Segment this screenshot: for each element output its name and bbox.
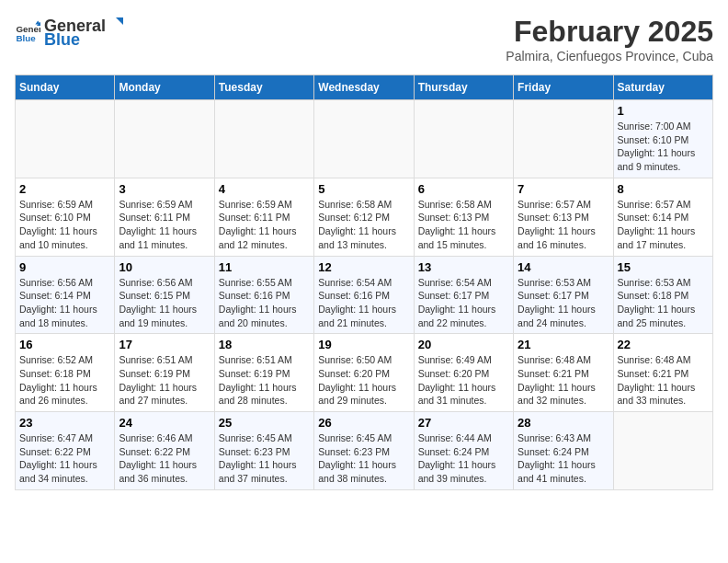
table-row: 17Sunrise: 6:51 AM Sunset: 6:19 PM Dayli… — [115, 334, 214, 412]
day-info: Sunrise: 6:58 AM Sunset: 6:13 PM Dayligh… — [418, 198, 509, 252]
day-number: 24 — [119, 416, 210, 430]
day-number: 3 — [119, 182, 210, 196]
day-info: Sunrise: 6:53 AM Sunset: 6:18 PM Dayligh… — [618, 276, 709, 330]
table-row: 11Sunrise: 6:55 AM Sunset: 6:16 PM Dayli… — [214, 256, 313, 334]
page-header: General Blue General Blue February 2025 … — [15, 15, 713, 63]
svg-marker-4 — [116, 17, 123, 25]
table-row — [16, 100, 115, 178]
table-row — [115, 100, 214, 178]
day-number: 20 — [418, 338, 509, 351]
table-row: 28Sunrise: 6:43 AM Sunset: 6:24 PM Dayli… — [514, 412, 613, 490]
day-number: 25 — [219, 416, 310, 430]
day-number: 1 — [618, 104, 709, 118]
day-number: 21 — [518, 338, 609, 351]
day-number: 18 — [219, 338, 310, 351]
table-row: 22Sunrise: 6:48 AM Sunset: 6:21 PM Dayli… — [613, 334, 712, 412]
table-row: 6Sunrise: 6:58 AM Sunset: 6:13 PM Daylig… — [414, 178, 513, 256]
day-info: Sunrise: 6:46 AM Sunset: 6:22 PM Dayligh… — [119, 431, 210, 486]
day-info: Sunrise: 6:48 AM Sunset: 6:21 PM Dayligh… — [518, 353, 609, 408]
day-number: 16 — [19, 338, 110, 351]
calendar-header-row: SundayMondayTuesdayWednesdayThursdayFrid… — [16, 75, 713, 100]
table-row: 20Sunrise: 6:49 AM Sunset: 6:20 PM Dayli… — [414, 334, 513, 412]
day-info: Sunrise: 6:45 AM Sunset: 6:23 PM Dayligh… — [318, 431, 409, 486]
day-number: 28 — [518, 416, 609, 430]
day-info: Sunrise: 6:55 AM Sunset: 6:16 PM Dayligh… — [219, 276, 310, 330]
day-info: Sunrise: 6:48 AM Sunset: 6:21 PM Dayligh… — [618, 353, 709, 408]
calendar-table: SundayMondayTuesdayWednesdayThursdayFrid… — [15, 75, 713, 490]
day-number: 4 — [219, 182, 310, 196]
svg-text:Blue: Blue — [16, 33, 36, 43]
table-row: 2Sunrise: 6:59 AM Sunset: 6:10 PM Daylig… — [16, 178, 115, 256]
day-number: 14 — [518, 260, 609, 274]
table-row: 18Sunrise: 6:51 AM Sunset: 6:19 PM Dayli… — [214, 334, 313, 412]
day-info: Sunrise: 6:51 AM Sunset: 6:19 PM Dayligh… — [119, 353, 210, 408]
table-row: 23Sunrise: 6:47 AM Sunset: 6:22 PM Dayli… — [16, 412, 115, 490]
day-info: Sunrise: 6:57 AM Sunset: 6:13 PM Dayligh… — [518, 198, 609, 252]
table-row — [613, 412, 712, 490]
calendar-header-thursday: Thursday — [414, 75, 513, 100]
day-info: Sunrise: 6:59 AM Sunset: 6:10 PM Dayligh… — [19, 198, 110, 252]
table-row: 8Sunrise: 6:57 AM Sunset: 6:14 PM Daylig… — [613, 178, 712, 256]
table-row: 5Sunrise: 6:58 AM Sunset: 6:12 PM Daylig… — [314, 178, 414, 256]
logo: General Blue General Blue — [15, 15, 123, 50]
calendar-week-row: 1Sunrise: 7:00 AM Sunset: 6:10 PM Daylig… — [16, 100, 713, 178]
main-title: February 2025 — [506, 15, 713, 49]
subtitle: Palmira, Cienfuegos Province, Cuba — [506, 49, 713, 63]
day-number: 11 — [219, 260, 310, 274]
day-info: Sunrise: 6:54 AM Sunset: 6:17 PM Dayligh… — [418, 276, 509, 330]
day-info: Sunrise: 6:51 AM Sunset: 6:19 PM Dayligh… — [219, 353, 310, 408]
table-row: 4Sunrise: 6:59 AM Sunset: 6:11 PM Daylig… — [214, 178, 313, 256]
day-number: 27 — [418, 416, 509, 430]
day-info: Sunrise: 6:59 AM Sunset: 6:11 PM Dayligh… — [219, 198, 310, 252]
logo-icon: General Blue — [15, 19, 40, 45]
day-info: Sunrise: 7:00 AM Sunset: 6:10 PM Dayligh… — [618, 120, 709, 174]
table-row — [214, 100, 313, 178]
day-number: 7 — [518, 182, 609, 196]
calendar-week-row: 9Sunrise: 6:56 AM Sunset: 6:14 PM Daylig… — [16, 256, 713, 334]
day-info: Sunrise: 6:45 AM Sunset: 6:23 PM Dayligh… — [219, 431, 310, 486]
calendar-header-tuesday: Tuesday — [214, 75, 313, 100]
calendar-week-row: 2Sunrise: 6:59 AM Sunset: 6:10 PM Daylig… — [16, 178, 713, 256]
calendar-week-row: 23Sunrise: 6:47 AM Sunset: 6:22 PM Dayli… — [16, 412, 713, 490]
day-number: 2 — [19, 182, 110, 196]
day-info: Sunrise: 6:56 AM Sunset: 6:15 PM Dayligh… — [119, 276, 210, 330]
day-number: 8 — [618, 182, 709, 196]
table-row — [414, 100, 513, 178]
table-row — [514, 100, 613, 178]
table-row: 12Sunrise: 6:54 AM Sunset: 6:16 PM Dayli… — [314, 256, 414, 334]
day-info: Sunrise: 6:56 AM Sunset: 6:14 PM Dayligh… — [19, 276, 110, 330]
day-number: 23 — [19, 416, 110, 430]
day-info: Sunrise: 6:54 AM Sunset: 6:16 PM Dayligh… — [318, 276, 409, 330]
day-info: Sunrise: 6:44 AM Sunset: 6:24 PM Dayligh… — [418, 431, 509, 486]
table-row — [314, 100, 414, 178]
day-info: Sunrise: 6:57 AM Sunset: 6:14 PM Dayligh… — [618, 198, 709, 252]
table-row: 16Sunrise: 6:52 AM Sunset: 6:18 PM Dayli… — [16, 334, 115, 412]
calendar-week-row: 16Sunrise: 6:52 AM Sunset: 6:18 PM Dayli… — [16, 334, 713, 412]
day-info: Sunrise: 6:49 AM Sunset: 6:20 PM Dayligh… — [418, 353, 509, 408]
day-number: 15 — [618, 260, 709, 274]
day-number: 9 — [19, 260, 110, 274]
table-row: 25Sunrise: 6:45 AM Sunset: 6:23 PM Dayli… — [214, 412, 313, 490]
day-info: Sunrise: 6:59 AM Sunset: 6:11 PM Dayligh… — [119, 198, 210, 252]
table-row: 1Sunrise: 7:00 AM Sunset: 6:10 PM Daylig… — [613, 100, 712, 178]
day-number: 13 — [418, 260, 509, 274]
day-info: Sunrise: 6:52 AM Sunset: 6:18 PM Dayligh… — [19, 353, 110, 408]
table-row: 10Sunrise: 6:56 AM Sunset: 6:15 PM Dayli… — [115, 256, 214, 334]
table-row: 26Sunrise: 6:45 AM Sunset: 6:23 PM Dayli… — [314, 412, 414, 490]
table-row: 7Sunrise: 6:57 AM Sunset: 6:13 PM Daylig… — [514, 178, 613, 256]
table-row: 13Sunrise: 6:54 AM Sunset: 6:17 PM Dayli… — [414, 256, 513, 334]
day-info: Sunrise: 6:58 AM Sunset: 6:12 PM Dayligh… — [318, 198, 409, 252]
table-row: 9Sunrise: 6:56 AM Sunset: 6:14 PM Daylig… — [16, 256, 115, 334]
table-row: 21Sunrise: 6:48 AM Sunset: 6:21 PM Dayli… — [514, 334, 613, 412]
day-number: 19 — [318, 338, 409, 351]
table-row: 15Sunrise: 6:53 AM Sunset: 6:18 PM Dayli… — [613, 256, 712, 334]
calendar-header-monday: Monday — [115, 75, 214, 100]
table-row: 3Sunrise: 6:59 AM Sunset: 6:11 PM Daylig… — [115, 178, 214, 256]
day-info: Sunrise: 6:47 AM Sunset: 6:22 PM Dayligh… — [19, 431, 110, 486]
table-row: 27Sunrise: 6:44 AM Sunset: 6:24 PM Dayli… — [414, 412, 513, 490]
day-number: 26 — [318, 416, 409, 430]
calendar-header-friday: Friday — [514, 75, 613, 100]
day-info: Sunrise: 6:53 AM Sunset: 6:17 PM Dayligh… — [518, 276, 609, 330]
title-area: February 2025 Palmira, Cienfuegos Provin… — [506, 15, 713, 63]
table-row: 24Sunrise: 6:46 AM Sunset: 6:22 PM Dayli… — [115, 412, 214, 490]
